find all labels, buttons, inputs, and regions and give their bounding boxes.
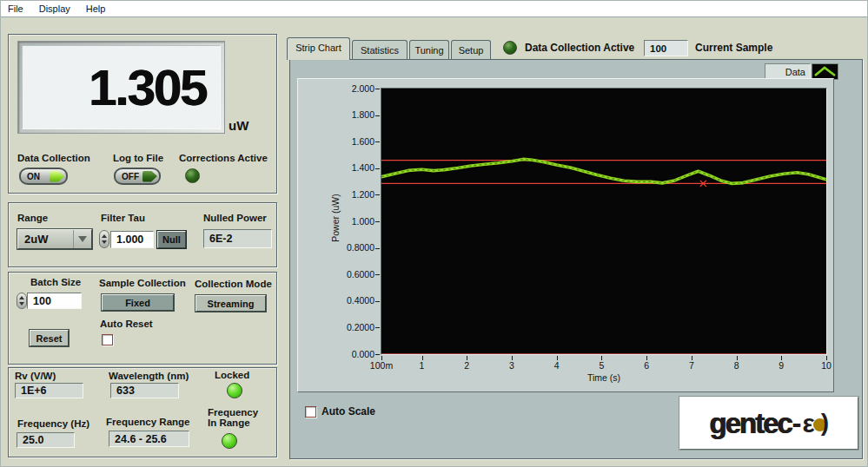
menu-file[interactable]: File xyxy=(8,2,31,16)
plot-area xyxy=(381,88,827,355)
y-tick-mark xyxy=(375,89,380,89)
filter-tau-label: Filter Tau xyxy=(101,213,145,223)
null-button[interactable]: Null xyxy=(157,231,186,248)
power-display-group: 1.305 uW Data Collection ON Log to File … xyxy=(8,34,277,194)
auto-reset-checkbox[interactable] xyxy=(102,334,113,345)
log-to-file-label: Log to File xyxy=(113,153,163,163)
log-to-file-toggle[interactable]: OFF xyxy=(114,168,161,185)
locked-label: Locked xyxy=(215,370,249,380)
collection-mode-label: Collection Mode xyxy=(195,279,272,289)
batch-group: Batch Size 100 Sample Collection Fixed C… xyxy=(8,272,277,365)
frequency-range-label: Frequency Range xyxy=(106,417,190,427)
increment-icon xyxy=(102,234,107,238)
collection-mode-value: Streaming xyxy=(208,299,255,309)
x-tick-label: 100m xyxy=(370,360,393,371)
y-tick-mark xyxy=(375,327,380,328)
brand-crescent-icon: ) xyxy=(821,409,829,437)
range-group: Range 2uW Filter Tau 1.000 Null Nulled P… xyxy=(8,202,277,267)
tab-setup[interactable]: Setup xyxy=(451,40,491,59)
y-tick-label: 1.600 xyxy=(326,136,374,147)
freq-in-range-led xyxy=(222,433,237,449)
x-tick-mark xyxy=(512,356,513,360)
tab-statistics-label: Statistics xyxy=(361,45,399,56)
x-tick-mark xyxy=(601,356,602,360)
x-tick-label: 2 xyxy=(464,360,469,371)
range-dropdown[interactable]: 2uW xyxy=(17,229,92,249)
data-collection-active-label: Data Collection Active xyxy=(525,42,634,54)
brand-wordmark: gentec xyxy=(709,407,791,440)
auto-scale-label: Auto Scale xyxy=(321,405,375,418)
frequency-range-field: 24.6 - 25.6 xyxy=(109,431,189,447)
nulled-power-label: Nulled Power xyxy=(203,213,267,223)
frequency-value: 25.0 xyxy=(23,434,43,446)
auto-scale-checkbox[interactable] xyxy=(305,406,316,418)
nulled-power-value: 6E-2 xyxy=(209,233,232,245)
x-tick-label: 1 xyxy=(420,360,425,371)
reset-button[interactable]: Reset xyxy=(30,330,69,346)
current-sample-value: 100 xyxy=(650,43,666,54)
filter-tau-input[interactable]: 1.000 xyxy=(110,231,154,248)
y-tick-label: 0.8000 xyxy=(326,242,374,253)
x-tick-mark xyxy=(826,356,827,360)
rv-label: Rv (V/W) xyxy=(15,371,56,381)
sample-collection-label: Sample Collection xyxy=(99,278,186,288)
x-tick-label: 10 xyxy=(821,360,832,371)
filter-tau-stepper[interactable] xyxy=(99,230,109,248)
wavelength-field: 633 xyxy=(110,383,179,398)
tab-setup-label: Setup xyxy=(459,45,484,56)
x-tick-label: 5 xyxy=(599,360,604,371)
range-value: 2uW xyxy=(18,233,73,246)
collection-mode-button[interactable]: Streaming xyxy=(195,295,266,312)
y-tick-mark xyxy=(375,274,380,275)
dropdown-cap[interactable] xyxy=(73,230,91,248)
tab-strip-chart[interactable]: Strip Chart xyxy=(287,37,350,60)
power-unit: uW xyxy=(229,118,248,133)
data-collection-toggle[interactable]: ON xyxy=(19,168,68,185)
data-collection-label: Data Collection xyxy=(17,153,90,163)
toggle-lever-icon xyxy=(142,171,157,182)
power-display: 1.305 xyxy=(22,45,221,129)
tab-tuning[interactable]: Tuning xyxy=(409,40,449,59)
tab-tuning-label: Tuning xyxy=(414,45,443,56)
y-tick-mark xyxy=(375,221,380,222)
rv-field: 1E+6 xyxy=(15,383,83,398)
power-value: 1.305 xyxy=(89,58,220,116)
y-tick-mark xyxy=(375,115,380,116)
menu-help[interactable]: Help xyxy=(78,2,114,16)
tab-strip-chart-label: Strip Chart xyxy=(295,43,341,53)
y-tick-label: 1.800 xyxy=(326,109,374,120)
frequency-label: Frequency (Hz) xyxy=(17,418,89,429)
brand-hyphen: - xyxy=(792,407,801,440)
y-tick-label: 0.6000 xyxy=(326,269,374,280)
rv-value: 1E+6 xyxy=(21,385,47,397)
wavelength-value: 633 xyxy=(116,385,135,397)
freq-in-range-line1: Frequency xyxy=(208,407,258,418)
current-sample-label: Current Sample xyxy=(695,42,772,54)
brand-logo-row: gentec - ε ) xyxy=(709,407,829,440)
batch-size-value: 100 xyxy=(33,295,51,307)
x-tick-label: 3 xyxy=(509,360,514,371)
x-tick-mark xyxy=(781,356,782,360)
batch-size-input[interactable]: 100 xyxy=(27,293,82,309)
current-sample-field: 100 xyxy=(644,40,688,56)
log-to-file-state: OFF xyxy=(116,172,139,181)
legend-label: Data xyxy=(785,67,805,77)
x-tick-label: 7 xyxy=(689,360,694,371)
x-tick-label: 4 xyxy=(554,360,560,371)
y-tick-mark xyxy=(375,141,380,142)
corrections-active-led xyxy=(185,168,200,183)
batch-size-label: Batch Size xyxy=(30,277,81,287)
calibration-group: Rv (V/W) 1E+6 Wavelength (nm) 633 Locked… xyxy=(8,367,277,457)
y-tick-label: 0.2000 xyxy=(326,322,374,332)
tab-statistics[interactable]: Statistics xyxy=(352,40,407,59)
menu-display[interactable]: Display xyxy=(31,2,78,16)
sample-collection-button[interactable]: Fixed xyxy=(102,294,174,311)
freq-in-range-line2: In Range xyxy=(208,418,250,428)
x-tick-label: 6 xyxy=(644,360,649,371)
batch-size-stepper[interactable] xyxy=(17,293,27,309)
y-tick-label: 0.4000 xyxy=(326,295,374,306)
power-display-bezel: 1.305 xyxy=(17,41,225,134)
wavelength-label: Wavelength (nm) xyxy=(109,371,189,381)
decrement-icon xyxy=(19,302,24,306)
brand-logo: gentec - ε ) xyxy=(679,397,858,450)
